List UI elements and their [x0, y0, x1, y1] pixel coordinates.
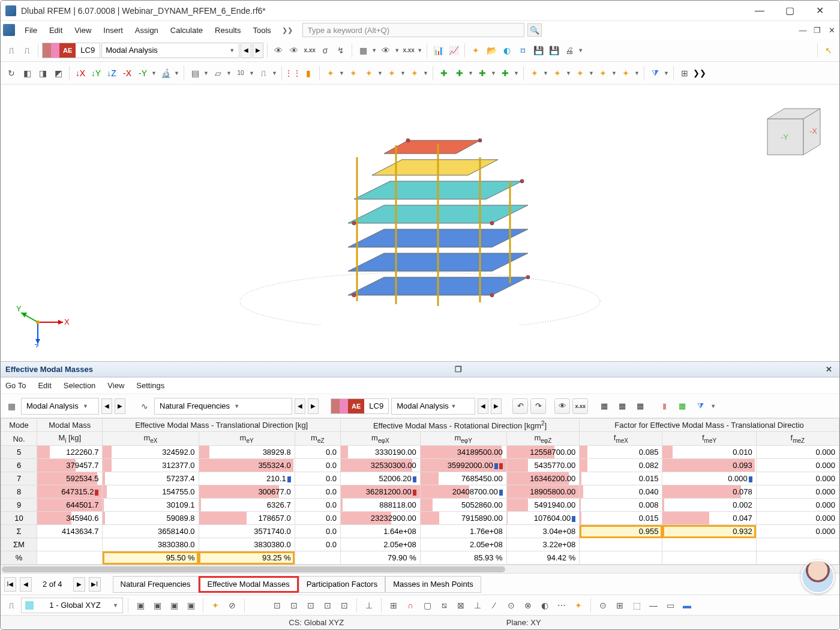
panel-sel2-prev[interactable]: ◀ — [295, 398, 305, 414]
xxx-icon[interactable]: x.xx — [401, 43, 416, 58]
g1-icon[interactable]: ✦ — [527, 66, 542, 80]
sigma-icon[interactable]: σ — [318, 43, 332, 58]
anchor-icon[interactable]: ⎍ — [4, 43, 19, 58]
s4-icon[interactable]: ✦ — [385, 66, 399, 80]
table-row-sigma[interactable]: Σ4143634.73658140.03571740.00.0 1.64e+08… — [1, 525, 839, 538]
open-icon[interactable]: 📂 — [484, 43, 499, 58]
microscope-icon[interactable]: 🔬 — [158, 66, 173, 80]
print-icon[interactable]: 🖨 — [562, 43, 577, 58]
table-row[interactable]: 7 592534.557237.4210.1 0.0 52006.2076854… — [1, 472, 839, 485]
ts1-icon[interactable]: ▣ — [133, 598, 148, 613]
g-sel-icon[interactable]: ⬚ — [629, 598, 644, 613]
cursor-icon[interactable]: ↖ — [821, 43, 836, 58]
saveall-icon[interactable]: 💾 — [547, 43, 561, 58]
search-icon[interactable]: 🔍 — [527, 23, 542, 37]
panel-menu-view[interactable]: View — [107, 381, 124, 390]
tab-natural-frequencies[interactable]: Natural Frequencies — [113, 576, 199, 593]
snap1-icon[interactable]: ⊡ — [270, 598, 284, 613]
os7-icon[interactable]: ⊙ — [504, 598, 518, 613]
pt-undo-icon[interactable]: ↶ — [512, 398, 528, 414]
perp-icon[interactable]: ⊥ — [362, 598, 376, 613]
panel-lc-next[interactable]: ▶ — [491, 398, 502, 414]
s2-icon[interactable]: ✦ — [346, 66, 361, 80]
ts4-icon[interactable]: ▣ — [184, 598, 198, 613]
table-row[interactable]: 6 379457.7312377.0355324.0 0.0 32530300.… — [1, 459, 839, 472]
panel-table-icon[interactable]: ▦ — [4, 399, 19, 413]
axis-z-icon[interactable]: ↓Z — [104, 66, 119, 80]
os4-icon[interactable]: ⊠ — [454, 598, 468, 613]
nav-cube[interactable]: -X -Y — [749, 92, 827, 170]
g5-icon[interactable]: ✦ — [619, 66, 633, 80]
g2-icon[interactable]: ✦ — [550, 66, 565, 80]
menu-overflow-icon[interactable]: ❯❯ — [277, 26, 298, 34]
close-button[interactable]: ✕ — [805, 1, 835, 21]
show-values-icon[interactable]: x.xx — [302, 43, 317, 58]
cloud-icon[interactable]: ◐ — [500, 43, 514, 58]
anchor2-icon[interactable]: ⎍ — [20, 43, 34, 58]
g-grid-icon[interactable]: ⊞ — [613, 598, 627, 613]
chart-icon[interactable]: 📊 — [431, 43, 445, 58]
pt-t2-icon[interactable]: ▦ — [614, 398, 630, 414]
deform-icon[interactable]: ↯ — [334, 43, 348, 58]
os9-icon[interactable]: ◐ — [538, 598, 552, 613]
panel-freq-icon[interactable]: ∿ — [137, 399, 152, 413]
tab-masses-in-mesh-points[interactable]: Masses in Mesh Points — [385, 576, 481, 593]
new-icon[interactable]: ✦ — [469, 43, 483, 58]
os5-icon[interactable]: ⊥ — [470, 598, 485, 613]
tab-next[interactable]: ▶ — [73, 577, 85, 592]
panel-loadcase-box[interactable]: AE LC9 — [331, 398, 389, 414]
panel-menu-selection[interactable]: Selection — [64, 381, 95, 390]
mesh2-icon[interactable]: ▮ — [301, 66, 316, 80]
g4-icon[interactable]: ✦ — [596, 66, 610, 80]
ts-stop-icon[interactable]: ⊘ — [225, 598, 239, 613]
app-menu-icon[interactable] — [3, 24, 15, 36]
s5-icon[interactable]: ✦ — [407, 66, 422, 80]
axis-mx-icon[interactable]: -X — [120, 66, 134, 80]
assistant-avatar[interactable] — [801, 560, 835, 593]
table-row[interactable]: 9 644501.730109.16326.7 0.0 888118.00505… — [1, 499, 839, 512]
panel-menu-edit[interactable]: Edit — [38, 381, 51, 390]
panel-select-analysis[interactable]: Modal Analysis ▼ — [21, 398, 99, 415]
chart2-icon[interactable]: 📈 — [446, 43, 461, 58]
os1-icon[interactable]: ⊞ — [386, 598, 401, 613]
menu-file[interactable]: File — [19, 23, 43, 37]
p1-icon[interactable]: ✚ — [437, 66, 451, 80]
p2-icon[interactable]: ✚ — [452, 66, 467, 80]
tab-participation-factors[interactable]: Participation Factors — [299, 576, 386, 593]
panel-undock-icon[interactable]: ❐ — [453, 365, 464, 374]
pt-t1-icon[interactable]: ▦ — [596, 398, 612, 414]
table-row[interactable]: 10 345940.659089.8178657.0 0.0 23232900.… — [1, 512, 839, 525]
cube3-icon[interactable]: ◩ — [51, 66, 65, 80]
cube1-icon[interactable]: ◧ — [20, 66, 34, 80]
window-minimize-icon[interactable]: — — [797, 25, 808, 35]
pt-redo-icon[interactable]: ↷ — [530, 398, 546, 414]
os2-icon[interactable]: ▢ — [420, 598, 434, 613]
snap4-icon[interactable]: ⊡ — [320, 598, 335, 613]
results-table-wrap[interactable]: Mode Modal Mass Effective Modal Mass - T… — [1, 418, 839, 565]
menu-tools[interactable]: Tools — [247, 23, 277, 37]
magnet-icon[interactable]: ∩ — [403, 598, 418, 613]
block-icon[interactable]: ⧈ — [515, 43, 530, 58]
menu-insert[interactable]: Insert — [97, 23, 129, 37]
loadcase-select[interactable]: Modal Analysis▼ — [101, 43, 239, 58]
eye2-icon[interactable]: 👁 — [287, 43, 301, 58]
eye3-icon[interactable]: 👁 — [379, 43, 393, 58]
tab-last[interactable]: ▶I — [89, 577, 101, 592]
3d-viewport[interactable]: X Y Z -X -Y — [1, 85, 839, 361]
os11-icon[interactable]: ✦ — [571, 598, 586, 613]
menu-calculate[interactable]: Calculate — [164, 23, 209, 37]
pt-eye-icon[interactable]: 👁 — [554, 398, 570, 414]
os8-icon[interactable]: ⊗ — [521, 598, 535, 613]
mesh-icon[interactable]: ⋮⋮ — [286, 66, 300, 80]
panel-sel1-next[interactable]: ▶ — [115, 398, 125, 414]
pt-c1-icon[interactable]: ▮ — [656, 398, 672, 414]
pt-t3-icon[interactable]: ▦ — [632, 398, 648, 414]
filter-icon[interactable]: ⧩ — [648, 66, 662, 80]
snap5-icon[interactable]: ⊡ — [337, 598, 352, 613]
s1-icon[interactable]: ✦ — [323, 66, 338, 80]
table-row-pct[interactable]: % 95.50 %93.25 % 79.90 %85.93 %94.42 % — [1, 551, 839, 565]
table-row-sigmam[interactable]: ΣM3830380.03830380.00.0 2.05e+082.05e+08… — [1, 538, 839, 551]
window-close-icon[interactable]: ✕ — [826, 25, 837, 35]
pt-xxx-icon[interactable]: x.xx — [572, 398, 588, 414]
minimize-button[interactable]: — — [745, 1, 775, 21]
